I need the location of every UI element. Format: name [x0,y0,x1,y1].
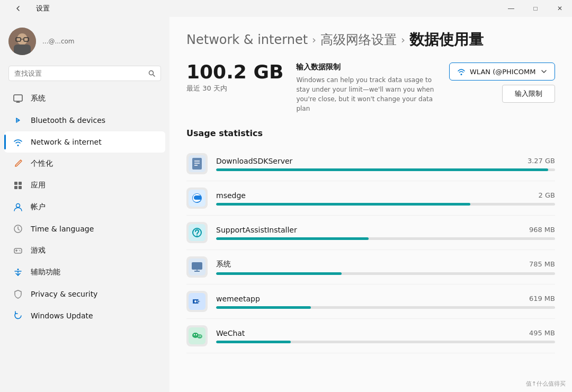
progress-bar-background [216,237,555,240]
progress-bar-fill [216,272,342,275]
progress-bar-background [216,168,555,171]
svg-point-47 [200,336,201,337]
wifi-icon [457,67,466,76]
maximize-button[interactable]: □ [523,0,548,17]
chevron-down-icon [541,68,547,75]
breadcrumb-link[interactable]: 高级网络设置 [320,31,397,48]
user-profile[interactable]: ...@...com [0,17,169,64]
sidebar-label-accessibility: 辅助功能 [31,268,60,277]
app-icon [186,256,208,278]
svg-point-46 [199,336,200,337]
breadcrumb-link[interactable]: Network & internet [186,32,308,47]
app-name: 系统 [216,260,231,269]
svg-point-43 [197,334,202,338]
app-details: DownloadSDKServer 3.27 GB [216,157,555,171]
progress-bar-fill [216,203,470,206]
sidebar-item-network[interactable]: Network & internet [4,131,165,153]
breadcrumb-separator: › [312,33,316,46]
svg-point-44 [194,334,195,335]
app-title: 设置 [36,4,50,13]
search-box[interactable] [8,66,161,81]
svg-rect-13 [14,186,17,189]
sidebar-item-accessibility[interactable]: 辅助功能 [4,262,165,283]
data-limit-title: 输入数据限制 [296,63,436,72]
svg-point-21 [19,250,20,251]
progress-bar-fill [216,168,548,171]
app-name: msedge [216,191,246,200]
app-icon [186,291,208,312]
sidebar-item-personalize[interactable]: 个性化 [4,153,165,174]
app-usage-row: wemeetapp 619 MB [186,284,555,319]
app-usage-row: msedge 2 GB [186,181,555,216]
app-size: 968 MB [529,226,555,234]
app-details: SupportAssistInstaller 968 MB [216,226,555,240]
app-usage-row: WeChat 495 MB [186,319,555,353]
accessibility-icon [13,267,23,278]
system-icon [13,93,23,104]
data-amount: 100.2 GB [186,63,283,82]
progress-bar-background [216,306,555,309]
games-icon [13,245,23,256]
close-button[interactable]: ✕ [548,0,572,17]
app-details: WeChat 495 MB [216,329,555,343]
sidebar-item-time[interactable]: Time & language [4,218,165,239]
svg-point-40 [198,300,200,302]
sidebar-item-update[interactable]: Windows Update [4,305,165,326]
user-info: ...@...com [42,38,75,45]
app-details: wemeetapp 619 MB [216,295,555,309]
svg-point-22 [20,251,21,252]
usage-stats-title: Usage statistics [186,128,555,138]
privacy-icon [13,289,23,299]
personalize-icon [13,158,23,169]
sidebar-label-privacy: Privacy & security [31,290,97,298]
progress-bar-fill [216,237,369,240]
app-usage-row: 系统 785 MB [186,250,555,284]
sidebar-item-account[interactable]: 帐户 [4,197,165,218]
app-details: msedge 2 GB [216,191,555,206]
sidebar-label-account: 帐户 [31,202,46,212]
app-size: 3.27 GB [528,157,555,165]
window-controls: — □ ✕ [499,0,572,17]
svg-rect-2 [14,44,31,55]
sidebar-item-privacy[interactable]: Privacy & security [4,283,165,305]
svg-point-15 [16,204,20,208]
app-usage-row: SupportAssistInstaller 968 MB [186,216,555,250]
sidebar-item-bluetooth[interactable]: Bluetooth & devices [4,110,165,131]
minimize-button[interactable]: — [499,0,523,17]
back-button[interactable] [6,0,31,17]
sidebar-label-system: 系统 [31,94,46,103]
breadcrumb-separator: › [401,33,405,46]
sidebar-item-system[interactable]: 系统 [4,88,165,109]
account-icon [13,202,23,212]
input-limit-button[interactable]: 输入限制 [502,85,555,103]
svg-point-45 [196,334,197,335]
search-input[interactable] [14,69,144,77]
sidebar-item-games[interactable]: 游戏 [4,240,165,261]
svg-rect-11 [14,182,17,185]
network-dropdown[interactable]: WLAN (@PHICOMM [449,63,555,81]
svg-rect-25 [192,158,202,170]
app-size: 785 MB [529,260,555,268]
progress-bar-background [216,341,555,343]
network-selector: WLAN (@PHICOMM 输入限制 [449,63,555,103]
breadcrumb: Network & internet›高级网络设置›数据使用量 [186,30,555,50]
app-name: DownloadSDKServer [216,157,292,165]
sidebar-item-apps[interactable]: 应用 [4,175,165,196]
network-icon [13,137,23,147]
watermark: 值↑什么值得买 [526,380,566,388]
svg-rect-14 [19,186,22,189]
svg-rect-35 [192,262,202,270]
sidebar-label-bluetooth: Bluetooth & devices [31,116,105,124]
breadcrumb-current: 数据使用量 [409,30,484,50]
progress-bar-background [216,203,555,206]
sidebar-label-network: Network & internet [31,138,102,146]
data-total: 100.2 GB 最近 30 天内 [186,63,283,93]
app-name: WeChat [216,329,245,337]
sidebar-label-games: 游戏 [31,246,46,255]
app-size: 495 MB [529,329,555,337]
app-usage-list: DownloadSDKServer 3.27 GB msedge 2 GB Su… [186,147,555,353]
data-period: 最近 30 天内 [186,84,283,93]
svg-rect-12 [19,182,22,185]
app-container: ...@...com 系统 Bluetooth & devices Networ… [0,17,572,392]
data-usage-card: 100.2 GB 最近 30 天内 输入数据限制 Windows can hel… [186,63,555,113]
